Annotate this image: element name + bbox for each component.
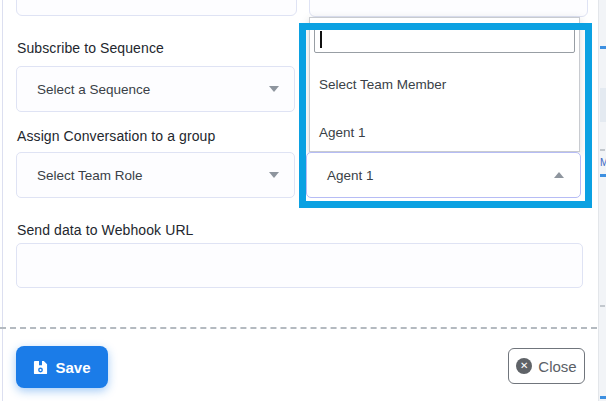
subscribe-sequence-label: Subscribe to Sequence: [17, 40, 164, 56]
footer-divider: [0, 327, 597, 329]
top-right-field-partial[interactable]: [309, 0, 588, 17]
dropdown-option-agent-1[interactable]: Agent 1: [310, 118, 579, 146]
background-fragment-text: M: [600, 158, 606, 168]
close-x-icon: ✕: [516, 358, 532, 374]
webhook-url-label: Send data to Webhook URL: [17, 222, 193, 238]
team-member-dropdown-panel: Select Team Member Agent 1: [309, 17, 580, 152]
webhook-url-input[interactable]: [16, 243, 583, 288]
save-icon: [33, 360, 48, 375]
close-button-label: Close: [538, 358, 576, 375]
chevron-down-icon: [269, 86, 279, 92]
chevron-up-icon: [554, 172, 564, 178]
save-button[interactable]: Save: [16, 346, 108, 388]
team-role-select-value: Select Team Role: [37, 168, 143, 183]
close-button[interactable]: ✕ Close: [508, 348, 585, 384]
chevron-down-icon: [269, 172, 279, 178]
background-fragment: [600, 174, 606, 177]
save-button-label: Save: [55, 359, 90, 376]
text-cursor: [320, 31, 322, 48]
team-member-select[interactable]: Agent 1: [306, 152, 581, 198]
background-fragment: [600, 305, 605, 307]
background-fragment: [600, 88, 606, 122]
team-member-search-input[interactable]: [314, 26, 575, 53]
background-fragment: [600, 149, 605, 151]
panel-left-edge: [2, 0, 3, 401]
team-member-select-value: Agent 1: [327, 168, 374, 183]
background-fragment: [600, 396, 606, 399]
top-left-field-partial[interactable]: [16, 0, 297, 16]
background-page-strip: M: [598, 0, 606, 401]
assignment-settings-modal: Subscribe to Sequence Select a Sequence …: [0, 0, 606, 401]
sequence-select-value: Select a Sequence: [37, 82, 150, 97]
team-role-select[interactable]: Select Team Role: [16, 152, 295, 198]
background-fragment: [600, 46, 606, 49]
dropdown-option-select-team-member[interactable]: Select Team Member: [310, 70, 579, 98]
assign-group-label: Assign Conversation to a group: [17, 128, 215, 144]
sequence-select[interactable]: Select a Sequence: [16, 66, 295, 112]
